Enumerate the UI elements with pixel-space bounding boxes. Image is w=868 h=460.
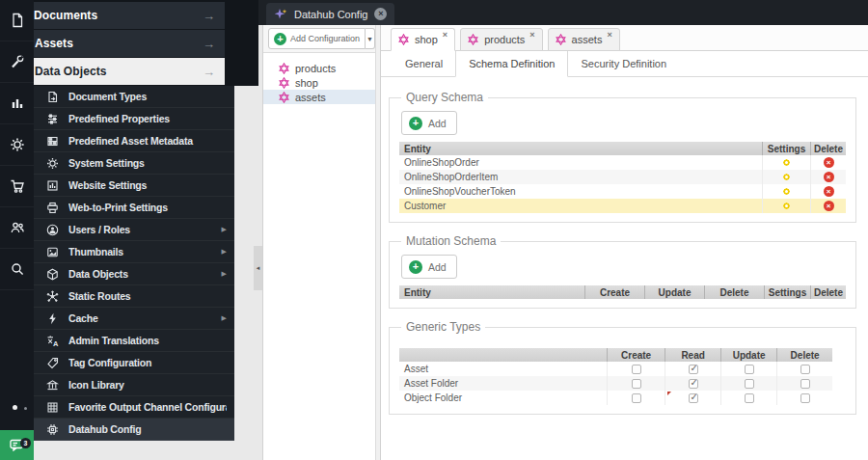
sidebar-item-static-routes[interactable]: Static Routes xyxy=(34,285,234,308)
update-checkbox[interactable] xyxy=(745,365,754,374)
column-delete[interactable]: Delete xyxy=(776,348,832,362)
table-row-highlighted[interactable]: Customer × xyxy=(399,199,846,213)
column-delete[interactable]: Delete xyxy=(810,142,846,155)
column-settings[interactable]: Settings xyxy=(764,285,810,299)
tools-icon[interactable] xyxy=(0,41,34,83)
create-checkbox[interactable] xyxy=(632,379,641,389)
close-icon[interactable]: × xyxy=(607,30,611,40)
sidebar-item-predefined-asset-metadata[interactable]: Predefined Asset Metadata xyxy=(34,130,234,152)
close-icon[interactable]: × xyxy=(529,30,534,40)
read-checkbox[interactable] xyxy=(689,393,698,403)
mutation-schema-add-button[interactable]: + Add xyxy=(401,255,457,279)
subtab-general[interactable]: General xyxy=(393,51,455,77)
table-row[interactable]: OnlineShopOrder × xyxy=(399,155,846,170)
reports-icon[interactable] xyxy=(0,83,34,124)
ecommerce-icon[interactable] xyxy=(0,166,34,207)
sidebar-item-system-settings[interactable]: System Settings xyxy=(34,152,234,175)
tree-item-label: assets xyxy=(295,92,326,103)
query-schema-add-button[interactable]: + Add xyxy=(401,111,457,135)
update-checkbox[interactable] xyxy=(745,393,754,403)
icon-library-icon xyxy=(45,379,59,392)
close-icon[interactable]: × xyxy=(443,30,448,40)
subtab-security-definition[interactable]: Security Definition xyxy=(568,51,679,77)
column-entity[interactable]: Entity xyxy=(399,287,584,298)
sidebar-item-website-settings[interactable]: Website Settings xyxy=(34,175,234,197)
tag-configuration-icon xyxy=(45,357,59,369)
tree-toolbar: + Add Configuration ▼ xyxy=(263,25,375,53)
read-checkbox[interactable] xyxy=(689,365,698,374)
sidebar-item-data-objects[interactable]: Data Objects ▶ xyxy=(34,263,234,285)
cache-icon xyxy=(45,312,59,325)
search-icon[interactable] xyxy=(0,249,34,290)
add-configuration-dropdown[interactable]: ▼ xyxy=(366,28,375,49)
editor-panel: shop × products × assets × General Schem… xyxy=(381,25,868,460)
users-icon[interactable] xyxy=(0,207,34,249)
column-update[interactable]: Update xyxy=(720,348,776,362)
generic-types-table: Create Read Update Delete Asset Asset Fo… xyxy=(399,348,832,405)
settings-gear-icon[interactable] xyxy=(781,201,792,211)
read-checkbox[interactable] xyxy=(689,379,698,389)
sidebar-item-admin-translations[interactable]: A Admin Translations xyxy=(34,330,234,352)
tab-products[interactable]: products × xyxy=(460,28,542,51)
panel-collapse-handle[interactable]: ◄ xyxy=(254,246,262,290)
create-checkbox[interactable] xyxy=(632,365,641,374)
table-row-asset: Asset xyxy=(399,362,832,376)
submenu-arrow-icon: ▶ xyxy=(222,248,227,256)
tree-item-products[interactable]: products xyxy=(263,61,375,75)
tab-assets[interactable]: assets × xyxy=(548,28,620,51)
sidebar-item-tag-configuration[interactable]: Tag Configuration xyxy=(34,352,234,374)
delete-checkbox[interactable] xyxy=(800,365,810,374)
settings-gear-icon[interactable] xyxy=(781,186,792,197)
sidebar-item-icon-library[interactable]: Icon Library xyxy=(34,374,234,396)
column-read[interactable]: Read xyxy=(665,348,720,362)
add-configuration-button[interactable]: + Add Configuration xyxy=(268,28,366,49)
sidebar-item-cache[interactable]: Cache ▶ xyxy=(34,308,234,330)
settings-gear-icon[interactable] xyxy=(781,157,792,168)
file-icon[interactable] xyxy=(0,0,34,41)
sidebar-item-web-to-print-settings[interactable]: Web-to-Print Settings xyxy=(34,197,234,219)
delete-checkbox[interactable] xyxy=(800,393,810,403)
tree-item-shop[interactable]: shop xyxy=(263,75,375,90)
table-row-object-folder: Object Folder xyxy=(399,391,832,405)
column-update[interactable]: Update xyxy=(644,285,704,299)
svg-text:A: A xyxy=(53,339,59,347)
delete-checkbox[interactable] xyxy=(800,379,810,389)
table-row[interactable]: OnlineShopVoucherToken × xyxy=(399,184,846,199)
column-create[interactable]: Create xyxy=(607,348,665,362)
table-row[interactable]: OnlineShopOrderItem × xyxy=(399,170,846,184)
tree-item-assets[interactable]: assets xyxy=(263,90,375,104)
column-delete-action[interactable]: Delete xyxy=(810,285,846,299)
sidebar-item-users-roles[interactable]: Users / Roles ▶ xyxy=(34,219,234,241)
delete-icon[interactable]: × xyxy=(824,157,834,168)
delete-icon[interactable]: × xyxy=(824,186,834,197)
workspace-tab-datahub-config[interactable]: Datahub Config × xyxy=(266,3,394,25)
sidebar-item-favorite-output-channel-configurations[interactable]: Favorite Output Channel Configurations xyxy=(34,396,234,419)
sidebar-item-thumbnails[interactable]: Thumbnails ▶ xyxy=(34,241,234,263)
dot-indicator-small xyxy=(24,407,27,410)
settings-icon[interactable] xyxy=(0,124,34,166)
sidebar-item-document-types[interactable]: Document Types xyxy=(34,86,234,108)
workspace-tab-title: Datahub Config xyxy=(294,9,367,20)
create-checkbox[interactable] xyxy=(632,393,641,403)
tab-shop[interactable]: shop × xyxy=(391,28,455,51)
entity-cell: OnlineShopOrder xyxy=(399,157,762,168)
update-checkbox[interactable] xyxy=(745,379,754,389)
notifications-button[interactable]: 3 xyxy=(0,430,34,460)
column-settings[interactable]: Settings xyxy=(762,142,810,155)
graphql-config-icon xyxy=(398,34,409,45)
column-delete[interactable]: Delete xyxy=(704,285,764,299)
table-header: Create Read Update Delete xyxy=(399,348,832,362)
column-create[interactable]: Create xyxy=(584,285,644,299)
sidebar-item-predefined-properties[interactable]: Predefined Properties xyxy=(34,108,234,130)
sidebar-item-datahub-config[interactable]: Datahub Config xyxy=(34,419,234,441)
entity-cell: Customer xyxy=(399,201,762,211)
subtab-schema-definition[interactable]: Schema Definition xyxy=(455,51,568,77)
item-label: Website Settings xyxy=(68,179,227,191)
column-entity[interactable]: Entity xyxy=(399,144,762,154)
generic-types-legend: Generic Types xyxy=(401,320,485,334)
delete-icon[interactable]: × xyxy=(824,172,834,182)
close-icon[interactable]: × xyxy=(374,8,387,20)
delete-icon[interactable]: × xyxy=(824,201,834,211)
mutation-schema-table: Entity Create Update Delete Settings Del… xyxy=(399,285,846,299)
settings-gear-icon[interactable] xyxy=(781,172,792,182)
